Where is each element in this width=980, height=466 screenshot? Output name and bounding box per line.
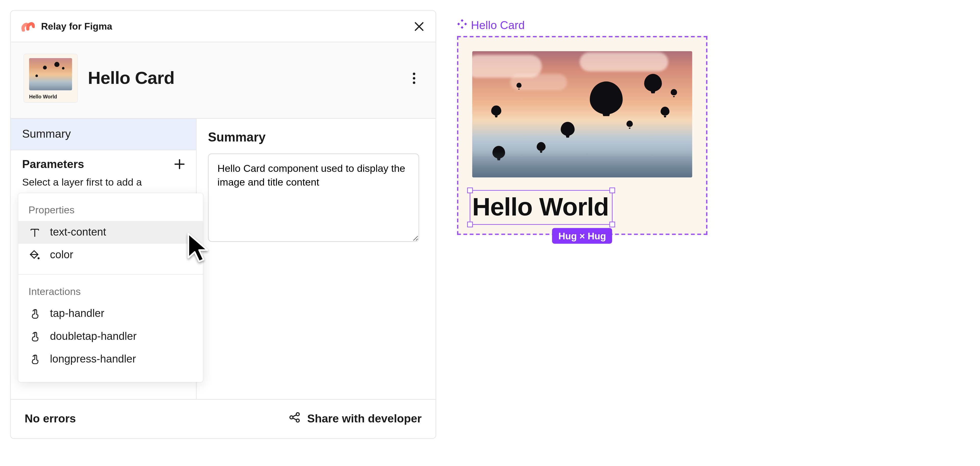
popover-group-interactions: Interactions bbox=[18, 282, 203, 302]
component-header: Hello World Hello Card bbox=[11, 42, 436, 119]
popover-item-label: longpress-handler bbox=[50, 353, 136, 366]
close-button[interactable] bbox=[413, 20, 425, 33]
status-text: No errors bbox=[25, 412, 76, 425]
parameters-label: Parameters bbox=[22, 157, 84, 171]
tap-icon bbox=[28, 353, 41, 366]
parameters-hint: Select a layer first to add a bbox=[11, 177, 196, 192]
app-title: Relay for Figma bbox=[41, 21, 112, 32]
text-icon bbox=[28, 226, 41, 239]
hello-card-text-layer[interactable]: Hello World bbox=[472, 192, 609, 221]
add-parameter-popover: Properties text-content color Interactio… bbox=[18, 193, 203, 382]
thumbnail-caption: Hello World bbox=[29, 94, 72, 100]
autolayout-size-pill: Hug × Hug bbox=[552, 228, 612, 244]
component-frame-name: Hello Card bbox=[471, 19, 525, 32]
svg-point-2 bbox=[413, 82, 415, 84]
tab-summary[interactable]: Summary bbox=[11, 119, 196, 151]
selection-handle[interactable] bbox=[609, 222, 615, 227]
tap-icon bbox=[28, 307, 41, 320]
svg-rect-8 bbox=[461, 26, 463, 29]
selection-handle[interactable] bbox=[467, 222, 473, 227]
popover-item-color[interactable]: color bbox=[18, 244, 203, 266]
fill-icon bbox=[28, 249, 41, 262]
hello-card-frame[interactable]: Hello World Hug × Hug bbox=[457, 36, 708, 235]
titlebar-left: Relay for Figma bbox=[21, 21, 112, 32]
popover-item-label: color bbox=[50, 249, 73, 262]
popover-item-tap-handler[interactable]: tap-handler bbox=[18, 302, 203, 325]
main-content: Summary bbox=[197, 119, 435, 399]
hello-card-image bbox=[472, 51, 692, 178]
component-frame-label[interactable]: Hello Card bbox=[457, 19, 708, 32]
share-with-developer-button[interactable]: Share with developer bbox=[288, 411, 422, 427]
svg-rect-9 bbox=[457, 23, 460, 25]
thumbnail-image bbox=[29, 58, 72, 90]
component-name: Hello Card bbox=[88, 68, 174, 89]
parameters-header: Parameters bbox=[11, 151, 196, 177]
hello-card-text: Hello World bbox=[472, 192, 609, 220]
popover-group-properties: Properties bbox=[18, 201, 203, 221]
popover-item-doubletap-handler[interactable]: doubletap-handler bbox=[18, 325, 203, 348]
svg-rect-7 bbox=[461, 19, 463, 22]
main-heading: Summary bbox=[208, 130, 424, 144]
tap-icon bbox=[28, 330, 41, 343]
popover-item-label: tap-handler bbox=[50, 307, 104, 320]
svg-point-6 bbox=[38, 257, 40, 259]
component-thumbnail: Hello World bbox=[24, 54, 78, 103]
popover-item-label: text-content bbox=[50, 226, 106, 239]
selection-handle[interactable] bbox=[609, 188, 615, 193]
svg-point-0 bbox=[413, 73, 415, 75]
popover-item-label: doubletap-handler bbox=[50, 330, 137, 343]
share-icon bbox=[288, 411, 301, 427]
popover-separator bbox=[18, 274, 203, 274]
component-icon bbox=[457, 19, 467, 32]
add-parameter-button[interactable] bbox=[172, 157, 187, 171]
popover-item-longpress-handler[interactable]: longpress-handler bbox=[18, 348, 203, 371]
panel-footer: No errors Share with developer bbox=[11, 399, 436, 438]
relay-logo-icon bbox=[21, 21, 35, 31]
share-label: Share with developer bbox=[307, 412, 422, 425]
titlebar: Relay for Figma bbox=[11, 11, 436, 42]
summary-textarea[interactable] bbox=[208, 154, 419, 242]
svg-point-1 bbox=[413, 77, 415, 79]
svg-rect-10 bbox=[464, 23, 467, 25]
popover-item-text-content[interactable]: text-content bbox=[18, 221, 203, 244]
overflow-menu-button[interactable] bbox=[405, 69, 423, 87]
figma-canvas: Hello Card Hello World bbox=[457, 19, 708, 235]
